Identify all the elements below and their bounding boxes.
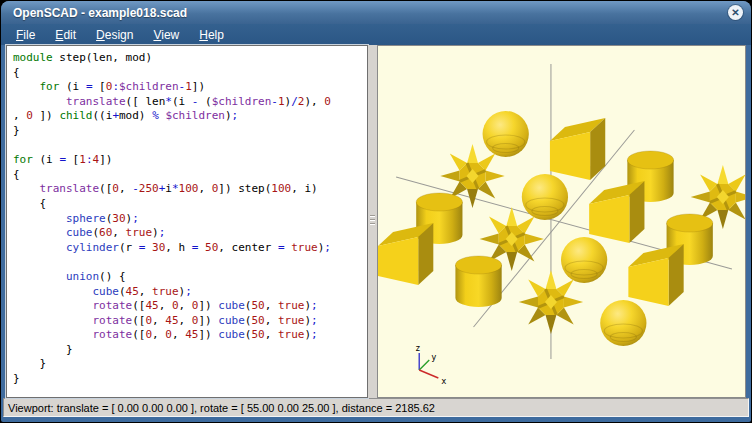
sphere-3d-object xyxy=(561,237,607,283)
close-icon[interactable]: ✕ xyxy=(728,5,743,20)
menu-help[interactable]: Help xyxy=(190,26,233,44)
menubar: FileEditDesignViewHelp xyxy=(1,24,751,45)
status-bar: Viewport: translate = [ 0.00 0.00 0.00 ]… xyxy=(3,398,749,417)
titlebar[interactable]: OpenSCAD - example018.scad ✕ xyxy=(1,1,751,24)
3d-scene: zyx xyxy=(378,46,745,397)
code-line: for (i = [1:4]) xyxy=(13,153,367,168)
axis-label-x: x xyxy=(441,376,446,386)
menu-design[interactable]: Design xyxy=(87,26,142,44)
window-title: OpenSCAD - example018.scad xyxy=(13,6,187,20)
menu-edit[interactable]: Edit xyxy=(46,26,85,44)
code-line: } xyxy=(13,372,367,387)
code-line: translate([0, -250+i*100, 0]) step(100, … xyxy=(13,182,367,197)
splitter-grip-icon xyxy=(370,213,375,227)
viewport-status-text: Viewport: translate = [ 0.00 0.00 0.00 ]… xyxy=(8,402,435,414)
code-line xyxy=(13,139,367,154)
code-line: { xyxy=(13,168,367,183)
code-line: for (i = [0:$children-1]) xyxy=(13,80,367,95)
code-line: cylinder(r = 30, h = 50, center = true); xyxy=(13,241,367,256)
code-line: translate([ len*(i - ($children-1)/2), 0 xyxy=(13,95,367,110)
code-editor[interactable]: module step(len, mod){ for (i = [0:$chil… xyxy=(6,45,368,398)
code-line: cube(45, true); xyxy=(13,285,367,300)
panel-splitter[interactable] xyxy=(368,45,377,398)
code-line: union() { xyxy=(13,270,367,285)
code-line: rotate([45, 0, 0]) cube(50, true); xyxy=(13,299,367,314)
code-line: module step(len, mod) xyxy=(13,51,367,66)
3d-viewport[interactable]: zyx xyxy=(377,45,746,398)
openscad-window: OpenSCAD - example018.scad ✕ FileEditDes… xyxy=(1,1,751,422)
sphere-3d-object xyxy=(483,111,529,157)
code-line: } xyxy=(13,343,367,358)
code-line: } xyxy=(13,357,367,372)
code-line: rotate([0, 0, 45]) cube(50, true); xyxy=(13,328,367,343)
sphere-3d-object xyxy=(600,300,646,346)
code-line: } xyxy=(13,124,367,139)
code-line: { xyxy=(13,197,367,212)
sphere-3d-object xyxy=(522,174,568,220)
code-line: { xyxy=(13,66,367,81)
code-line: sphere(30); xyxy=(13,212,367,227)
cylinder-3d-object xyxy=(455,256,501,307)
code-line xyxy=(13,255,367,270)
axis-label-y: y xyxy=(431,352,436,362)
main-area: module step(len, mod){ for (i = [0:$chil… xyxy=(6,45,746,398)
desktop: OpenSCAD - example018.scad ✕ FileEditDes… xyxy=(0,0,752,423)
code-line: , 0 ]) child((i+mod) % $children); xyxy=(13,109,367,124)
code-text: module step(len, mod){ for (i = [0:$chil… xyxy=(7,46,367,387)
code-line: rotate([0, 45, 0]) cube(50, true); xyxy=(13,314,367,329)
menu-view[interactable]: View xyxy=(144,26,188,44)
star-3d-object xyxy=(519,270,583,334)
menu-file[interactable]: File xyxy=(7,26,44,44)
axis-label-z: z xyxy=(415,343,420,353)
code-line: cube(60, true); xyxy=(13,226,367,241)
